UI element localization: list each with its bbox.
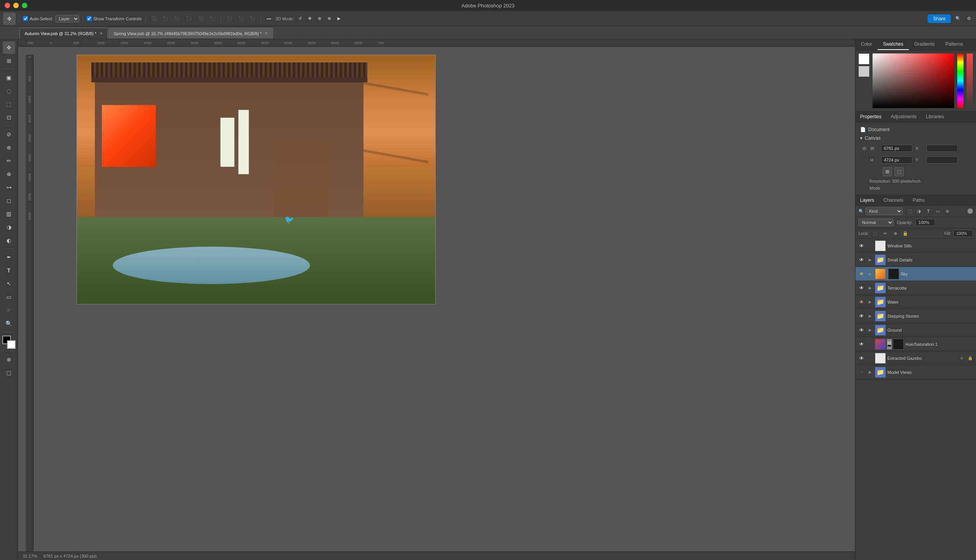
crop-tool-icon[interactable]: ⊡ — [3, 111, 15, 124]
canvas-height-input[interactable] — [881, 156, 912, 164]
layer-expand-stepping-stones[interactable]: ▶ — [867, 313, 873, 319]
eraser-icon[interactable]: ◻ — [3, 194, 15, 207]
dodge-icon[interactable]: ◐ — [3, 234, 15, 247]
filter-toggle-btn[interactable] — [967, 208, 973, 214]
search-btn[interactable]: 🔍 — [953, 15, 963, 22]
spot-healing-icon[interactable]: ⊛ — [3, 141, 15, 154]
align-center-btn[interactable]: ⬛ — [161, 15, 170, 22]
tab-patterns[interactable]: Patterns — [940, 39, 969, 50]
layer-item-hue-saturation[interactable]: 👁 Hue/Saturation 1 — [855, 337, 976, 351]
object-select-icon[interactable]: ⬚ — [3, 98, 15, 110]
layer-lock-extracted-gazebo[interactable]: 🔒 — [967, 355, 974, 362]
canvas-icon-btn-2[interactable]: ⬚ — [894, 167, 904, 176]
filter-adj-icon[interactable]: ◑ — [915, 207, 923, 215]
quick-mask-icon[interactable]: ⊗ — [3, 353, 15, 366]
distribute-right-btn[interactable]: ⬛ — [248, 15, 257, 22]
artboard-tool-icon[interactable]: ⊞ — [3, 55, 15, 67]
tab-properties[interactable]: Properties — [855, 112, 886, 122]
3d-zoom-btn[interactable]: ⊕ — [316, 15, 323, 22]
tab-libraries[interactable]: Libraries — [921, 112, 949, 122]
hand-tool-icon[interactable]: ☞ — [3, 304, 15, 316]
brush-tool-icon[interactable]: ✏ — [3, 155, 15, 167]
tab-doc-1-close[interactable]: ✕ — [100, 31, 103, 36]
layer-item-window-sills[interactable]: 👁 Window Sills — [855, 239, 976, 253]
align-top-btn[interactable]: ⬛ — [184, 15, 194, 22]
layers-kind-select[interactable]: Kind Name Effect Mode Attribute Color Sm… — [866, 207, 903, 215]
settings-btn[interactable]: ⚙ — [965, 15, 973, 22]
layer-expand-window-sills[interactable] — [867, 243, 873, 249]
layer-select[interactable]: Layer Group — [55, 15, 79, 23]
close-button[interactable] — [5, 3, 10, 8]
canvas-icon-btn-1[interactable]: ⊞ — [883, 167, 892, 176]
layer-visibility-water[interactable]: 👁 — [858, 298, 866, 306]
layer-visibility-sky[interactable]: 👁 — [858, 270, 866, 278]
maximize-button[interactable] — [22, 3, 27, 8]
zoom-tool-icon[interactable]: 🔍 — [3, 317, 15, 330]
filter-pixel-icon[interactable]: ⬚ — [906, 207, 914, 215]
fg-bg-colors[interactable] — [2, 336, 16, 349]
lock-all-btn[interactable]: 🔒 — [901, 229, 909, 237]
blur-icon[interactable]: ◑ — [3, 221, 15, 233]
fg-bg-swatch[interactable] — [858, 53, 869, 108]
layer-expand-water[interactable]: ▶ — [867, 299, 873, 305]
pen-tool-icon[interactable]: ✒ — [3, 251, 15, 263]
layer-expand-hue-saturation[interactable] — [867, 341, 873, 347]
layer-visibility-model-views[interactable]: 👁 — [858, 368, 866, 376]
layer-expand-ground[interactable]: ▶ — [867, 327, 873, 333]
layer-expand-model-views[interactable]: ▶ — [867, 369, 873, 375]
layer-item-sky[interactable]: 👁 ▶ Sky — [855, 267, 976, 281]
tab-paths[interactable]: Paths — [908, 195, 930, 205]
clone-stamp-icon[interactable]: ⊕ — [3, 168, 15, 180]
layer-item-water[interactable]: 👁 ▶ 📁 Water — [855, 295, 976, 309]
layer-item-terracotta[interactable]: 👁 ▶ 📁 Terracotta — [855, 281, 976, 295]
fg-swatch[interactable] — [858, 53, 869, 64]
filter-smart-icon[interactable]: ⊕ — [943, 207, 951, 215]
canvas-width-input[interactable] — [881, 145, 912, 152]
layer-visibility-extracted-gazebo[interactable]: 👁 — [858, 354, 866, 362]
tab-doc-2[interactable]: Spring View.psb @ 16.7% (48d45b796390750… — [109, 28, 273, 39]
tab-color[interactable]: Color — [855, 39, 878, 50]
fill-input[interactable] — [953, 230, 973, 237]
transform-controls-checkbox[interactable] — [87, 16, 92, 21]
layer-expand-sky[interactable]: ▶ — [867, 271, 873, 277]
canvas-y-input[interactable] — [926, 156, 958, 164]
bg-swatch[interactable] — [858, 66, 869, 77]
opacity-input[interactable] — [915, 219, 935, 226]
tab-layers[interactable]: Layers — [855, 195, 879, 205]
tab-adjustments[interactable]: Adjustments — [886, 112, 921, 122]
background-color[interactable] — [7, 340, 16, 349]
layer-item-ground[interactable]: 👁 ▶ 📁 Ground — [855, 323, 976, 337]
3d-pan-btn[interactable]: ✥ — [306, 15, 313, 22]
layer-expand-extracted-gazebo[interactable] — [867, 355, 873, 361]
layer-item-model-views[interactable]: 👁 ▶ 📁 Model Views — [855, 365, 976, 379]
lock-artboard-btn[interactable]: ⊕ — [891, 229, 899, 237]
photoshop-canvas[interactable]: 🐦 — [77, 55, 436, 304]
layer-action-extracted-gazebo[interactable]: ⊕ — [958, 355, 965, 362]
type-tool-icon[interactable]: T — [3, 264, 15, 277]
gradient-icon[interactable]: ▥ — [3, 208, 15, 220]
layer-visibility-terracotta[interactable]: 👁 — [858, 284, 866, 292]
tab-gradients[interactable]: Gradients — [909, 39, 940, 50]
lasso-tool-icon[interactable]: ◌ — [3, 85, 15, 97]
layer-visibility-hue-saturation[interactable]: 👁 — [858, 340, 866, 348]
marquee-tool-icon[interactable]: ▣ — [3, 71, 15, 84]
layer-visibility-stepping-stones[interactable]: 👁 — [858, 312, 866, 320]
tab-doc-2-close[interactable]: ✕ — [265, 31, 268, 36]
blend-mode-select[interactable]: Normal Dissolve Darken Multiply Color Bu… — [858, 219, 894, 226]
align-middle-btn[interactable]: ⬛ — [196, 15, 205, 22]
share-button[interactable]: Share — [928, 14, 951, 23]
color-opacity-bar[interactable] — [967, 53, 973, 108]
canvas-content[interactable]: 0 500 1000 1500 2000 2500 3000 3500 4000 — [26, 47, 855, 551]
move-tool[interactable]: ✥ — [3, 12, 16, 25]
auto-select-toggle[interactable]: Auto-Select: — [23, 16, 53, 21]
minimize-button[interactable] — [13, 3, 19, 8]
layer-visibility-ground[interactable]: 👁 — [858, 326, 866, 334]
layer-item-small-details[interactable]: 👁 ▶ 📁 Small Details — [855, 253, 976, 267]
lock-pixels-btn[interactable]: ⬚ — [871, 229, 879, 237]
transform-controls-toggle[interactable]: Show Transform Controls — [87, 16, 142, 21]
auto-select-checkbox[interactable] — [23, 16, 28, 21]
layer-expand-small-details[interactable]: ▶ — [867, 257, 873, 263]
layer-visibility-small-details[interactable]: 👁 — [858, 256, 866, 264]
canvas-area[interactable]: -500 0 500 1000 1500 2000 2500 3000 3500… — [18, 39, 855, 560]
align-left-btn[interactable]: ⬛ — [149, 15, 159, 22]
